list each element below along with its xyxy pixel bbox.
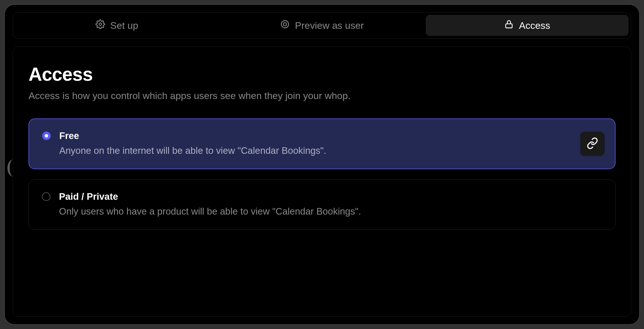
tab-preview[interactable]: Preview as user	[221, 15, 423, 36]
option-description: Only users who have a product will be ab…	[59, 206, 602, 217]
access-options: Free Anyone on the internet will be able…	[28, 118, 616, 230]
tab-access[interactable]: Access	[426, 15, 629, 36]
page-description: Access is how you control which apps use…	[28, 90, 616, 101]
radio-paid[interactable]	[42, 192, 50, 201]
option-title: Paid / Private	[59, 191, 602, 202]
radio-free[interactable]	[42, 132, 51, 140]
lock-icon	[504, 19, 514, 31]
collapse-handle[interactable]	[7, 160, 14, 177]
option-body: Paid / Private Only users who have a pro…	[59, 191, 602, 217]
tab-label: Access	[519, 20, 550, 31]
option-free[interactable]: Free Anyone on the internet will be able…	[28, 118, 616, 169]
svg-point-1	[281, 21, 289, 28]
gear-icon	[95, 19, 105, 31]
app-window: Set up Preview as user	[4, 4, 640, 325]
app-frame: Set up Preview as user	[0, 0, 644, 329]
access-panel: Access Access is how you control which a…	[13, 47, 631, 317]
page-title: Access	[28, 63, 616, 85]
svg-point-2	[283, 23, 286, 26]
tabbar: Set up Preview as user	[13, 12, 631, 39]
svg-rect-3	[506, 24, 512, 28]
option-description: Anyone on the internet will be able to v…	[59, 145, 602, 156]
tab-label: Set up	[110, 20, 138, 31]
link-icon	[586, 137, 598, 150]
target-icon	[280, 19, 290, 31]
option-paid-private[interactable]: Paid / Private Only users who have a pro…	[28, 179, 616, 230]
option-title: Free	[59, 130, 602, 141]
copy-link-button[interactable]	[580, 132, 605, 156]
tab-setup[interactable]: Set up	[15, 15, 218, 36]
option-body: Free Anyone on the internet will be able…	[59, 130, 602, 156]
svg-point-0	[99, 23, 102, 26]
tab-label: Preview as user	[295, 20, 364, 31]
